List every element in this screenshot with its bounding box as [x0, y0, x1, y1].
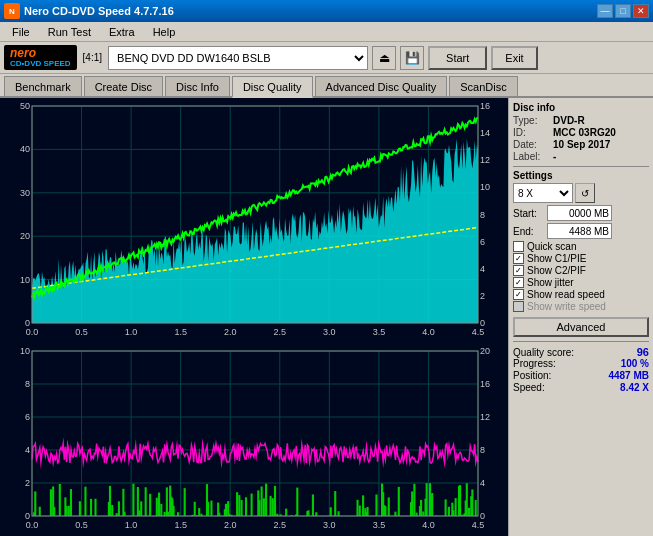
show-c1-checkbox[interactable]: [513, 253, 524, 264]
quality-score-value: 96: [637, 346, 649, 358]
progress-row: Progress: 100 %: [513, 358, 649, 369]
label-label: Label:: [513, 151, 549, 162]
titlebar: N Nero CD-DVD Speed 4.7.7.16 — □ ✕: [0, 0, 653, 22]
toolbar: nero CD•DVD SPEED [4:1] BENQ DVD DD DW16…: [0, 42, 653, 74]
id-value: MCC 03RG20: [553, 127, 616, 138]
app-title: Nero CD-DVD Speed 4.7.7.16: [24, 5, 174, 17]
quality-score-label: Quality score:: [513, 347, 574, 358]
divider-1: [513, 166, 649, 167]
disc-date-row: Date: 10 Sep 2017: [513, 139, 649, 150]
id-label: ID:: [513, 127, 549, 138]
speed-row: 8 X ↺: [513, 183, 649, 203]
disc-id-row: ID: MCC 03RG20: [513, 127, 649, 138]
drive-label: [4:1]: [81, 52, 104, 63]
date-value: 10 Sep 2017: [553, 139, 610, 150]
quick-scan-row[interactable]: Quick scan: [513, 241, 649, 252]
close-button[interactable]: ✕: [633, 4, 649, 18]
tab-create-disc[interactable]: Create Disc: [84, 76, 163, 96]
end-label: End:: [513, 226, 543, 237]
tab-disc-info[interactable]: Disc Info: [165, 76, 230, 96]
show-write-speed-label: Show write speed: [527, 301, 606, 312]
app-logo: nero CD•DVD SPEED: [4, 45, 77, 71]
start-label: Start:: [513, 208, 543, 219]
titlebar-controls[interactable]: — □ ✕: [597, 4, 649, 18]
show-read-speed-row[interactable]: Show read speed: [513, 289, 649, 300]
show-jitter-checkbox[interactable]: [513, 277, 524, 288]
right-panel: Disc info Type: DVD-R ID: MCC 03RG20 Dat…: [508, 98, 653, 536]
tab-advanced-disc-quality[interactable]: Advanced Disc Quality: [315, 76, 448, 96]
drive-select[interactable]: BENQ DVD DD DW1640 BSLB: [108, 46, 368, 70]
tabs: Benchmark Create Disc Disc Info Disc Qua…: [0, 74, 653, 98]
bottom-chart: [0, 343, 508, 536]
end-row: End:: [513, 223, 649, 239]
show-c2-checkbox[interactable]: [513, 265, 524, 276]
refresh-button[interactable]: ↺: [575, 183, 595, 203]
date-label: Date:: [513, 139, 549, 150]
tab-benchmark[interactable]: Benchmark: [4, 76, 82, 96]
eject-icon[interactable]: ⏏: [372, 46, 396, 70]
show-read-speed-checkbox[interactable]: [513, 289, 524, 300]
disc-info-section: Disc info Type: DVD-R ID: MCC 03RG20 Dat…: [513, 102, 649, 162]
show-jitter-label: Show jitter: [527, 277, 574, 288]
show-write-speed-checkbox: [513, 301, 524, 312]
menubar: File Run Test Extra Help: [0, 22, 653, 42]
settings-section: Settings 8 X ↺ Start: End: Quick scan: [513, 170, 649, 337]
disc-label-row: Label: -: [513, 151, 649, 162]
menu-extra[interactable]: Extra: [101, 24, 143, 40]
type-label: Type:: [513, 115, 549, 126]
show-write-speed-row: Show write speed: [513, 301, 649, 312]
save-icon[interactable]: 💾: [400, 46, 424, 70]
maximize-button[interactable]: □: [615, 4, 631, 18]
speed-value-q: 8.42 X: [620, 382, 649, 393]
app-icon: N: [4, 3, 20, 19]
settings-title: Settings: [513, 170, 649, 181]
divider-2: [513, 341, 649, 342]
speed-label-q: Speed:: [513, 382, 545, 393]
minimize-button[interactable]: —: [597, 4, 613, 18]
end-input[interactable]: [547, 223, 612, 239]
titlebar-left: N Nero CD-DVD Speed 4.7.7.16: [4, 3, 174, 19]
start-input[interactable]: [547, 205, 612, 221]
quality-section: Quality score: 96 Progress: 100 % Positi…: [513, 346, 649, 393]
show-jitter-row[interactable]: Show jitter: [513, 277, 649, 288]
label-value: -: [553, 151, 556, 162]
advanced-button[interactable]: Advanced: [513, 317, 649, 337]
disc-info-title: Disc info: [513, 102, 649, 113]
tab-scandisc[interactable]: ScanDisc: [449, 76, 517, 96]
speed-select[interactable]: 8 X: [513, 183, 573, 203]
top-chart: [0, 98, 508, 343]
quality-score-row: Quality score: 96: [513, 346, 649, 358]
start-row: Start:: [513, 205, 649, 221]
show-c2-row[interactable]: Show C2/PIF: [513, 265, 649, 276]
show-read-speed-label: Show read speed: [527, 289, 605, 300]
tab-disc-quality[interactable]: Disc Quality: [232, 76, 313, 98]
show-c2-label: Show C2/PIF: [527, 265, 586, 276]
exit-button[interactable]: Exit: [491, 46, 537, 70]
chart-area: [0, 98, 508, 536]
disc-type-row: Type: DVD-R: [513, 115, 649, 126]
show-c1-row[interactable]: Show C1/PIE: [513, 253, 649, 264]
progress-label: Progress:: [513, 358, 556, 369]
menu-file[interactable]: File: [4, 24, 38, 40]
show-c1-label: Show C1/PIE: [527, 253, 586, 264]
speed-row-q: Speed: 8.42 X: [513, 382, 649, 393]
progress-value: 100 %: [621, 358, 649, 369]
type-value: DVD-R: [553, 115, 585, 126]
start-button[interactable]: Start: [428, 46, 487, 70]
position-row: Position: 4487 MB: [513, 370, 649, 381]
menu-run-test[interactable]: Run Test: [40, 24, 99, 40]
position-label: Position:: [513, 370, 551, 381]
position-value: 4487 MB: [608, 370, 649, 381]
quick-scan-label: Quick scan: [527, 241, 576, 252]
quick-scan-checkbox[interactable]: [513, 241, 524, 252]
main-content: Disc info Type: DVD-R ID: MCC 03RG20 Dat…: [0, 98, 653, 536]
menu-help[interactable]: Help: [145, 24, 184, 40]
